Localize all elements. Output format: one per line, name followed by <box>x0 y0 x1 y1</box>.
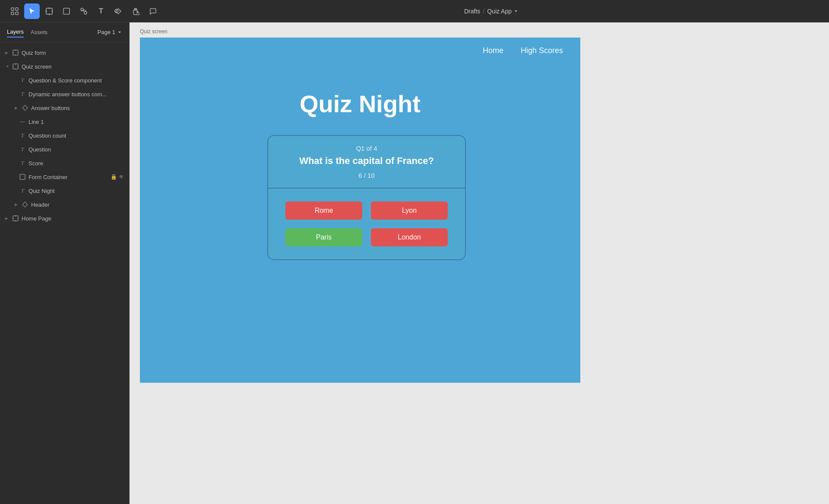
toolbar-left: T <box>7 3 161 19</box>
nav-home-link[interactable]: Home <box>483 46 503 55</box>
layer-label-header: Header <box>31 202 124 208</box>
layer-label-question-score: Question & Score component <box>28 77 124 84</box>
layers-panel: ▶ Quiz form ▼ Quiz screen T Question & S… <box>0 42 129 504</box>
layer-label-question: Question <box>28 146 124 153</box>
shape-tool-button[interactable] <box>59 3 74 19</box>
page-selector[interactable]: Page 1 <box>98 29 122 35</box>
rect-icon-form-container <box>19 173 26 180</box>
svg-rect-12 <box>114 9 118 13</box>
quiz-card: Q1 of 4 What is the capital of France? 6… <box>267 135 466 260</box>
svg-rect-23 <box>20 174 25 180</box>
canvas-frame-label: Quiz screen <box>140 28 168 35</box>
cursor-tool-button[interactable] <box>24 3 40 19</box>
lock-icon-form-container[interactable]: 🔒 <box>111 174 117 180</box>
breadcrumb-app[interactable]: Quiz App <box>487 8 519 15</box>
text-tool-icon: T <box>99 7 103 15</box>
hand-tool-button[interactable] <box>128 3 143 19</box>
question-text: What is the capital of France? <box>277 155 456 167</box>
sidebar: Layers Assets Page 1 ▶ Quiz form ▼ <box>0 22 130 504</box>
text-icon-dynamic-answer: T <box>19 91 26 98</box>
layer-label-answer-buttons: Answer buttons <box>31 105 124 111</box>
layer-label-quiz-form: Quiz form <box>22 50 124 56</box>
expand-arrow-quiz-form: ▶ <box>5 50 9 55</box>
layer-item-question-count[interactable]: T Question count <box>0 129 129 142</box>
quiz-title-text: Quiz Night <box>140 90 580 118</box>
svg-rect-0 <box>11 8 14 10</box>
tab-assets[interactable]: Assets <box>31 27 47 37</box>
frame-icon-quiz-screen <box>12 63 19 70</box>
layer-label-quiz-screen: Quiz screen <box>22 63 124 70</box>
main-layout: Layers Assets Page 1 ▶ Quiz form ▼ <box>0 22 829 504</box>
layer-item-dynamic-answer[interactable]: T Dynamic answer buttons com... <box>0 87 129 101</box>
layer-item-quiz-night[interactable]: T Quiz Night <box>0 184 129 198</box>
layer-label-score: Score <box>28 160 124 167</box>
layer-label-line1: Line 1 <box>28 119 124 125</box>
nav-high-scores-link[interactable]: High Scores <box>521 46 563 55</box>
layer-label-form-container: Form Container <box>28 174 108 180</box>
frame-tool-button[interactable] <box>41 3 57 19</box>
quiz-title-section: Quiz Night <box>140 90 580 118</box>
svg-rect-1 <box>16 8 18 10</box>
layer-item-quiz-screen[interactable]: ▼ Quiz screen <box>0 60 129 73</box>
text-icon-quiz-night: T <box>19 187 26 194</box>
expand-arrow-home-page: ▶ <box>5 216 9 220</box>
layer-item-answer-buttons[interactable]: ▶ Answer buttons <box>0 101 129 115</box>
layer-label-question-count: Question count <box>28 132 124 139</box>
expand-arrow-header: ▶ <box>15 202 19 207</box>
frame-icon-quiz-form <box>12 49 19 56</box>
component-tool-button[interactable] <box>111 3 126 19</box>
svg-rect-4 <box>46 8 52 14</box>
form-container-actions: 🔒 👁 <box>111 174 124 180</box>
component-icon-header <box>22 201 28 208</box>
layer-item-form-container[interactable]: Form Container 🔒 👁 <box>0 170 129 184</box>
layer-item-line1[interactable]: — Line 1 <box>0 115 129 129</box>
layer-item-home-page[interactable]: ▶ Home Page <box>0 211 129 225</box>
answer-buttons-grid: Rome Lyon Paris London <box>268 189 465 259</box>
layer-item-score[interactable]: T Score <box>0 156 129 170</box>
answer-button-london[interactable]: London <box>371 228 448 246</box>
text-icon-question-count: T <box>19 132 26 139</box>
text-icon-score: T <box>19 160 26 167</box>
question-count-text: Q1 of 4 <box>277 145 456 152</box>
toolbar-center: Drafts / Quiz App <box>161 8 822 15</box>
answer-button-lyon[interactable]: Lyon <box>371 202 448 220</box>
score-text: 6 / 10 <box>277 172 456 179</box>
quiz-nav: Home High Scores <box>140 38 580 64</box>
component-icon-answer-buttons <box>22 104 28 111</box>
text-icon-question-score: T <box>19 77 26 84</box>
svg-rect-9 <box>63 8 70 14</box>
expand-arrow-quiz-screen: ▼ <box>5 64 9 69</box>
text-icon-question: T <box>19 146 26 153</box>
layer-item-question[interactable]: T Question <box>0 142 129 156</box>
breadcrumb-drafts[interactable]: Drafts <box>464 8 480 15</box>
toolbar: T Drafts / Quiz App <box>0 0 829 22</box>
answer-button-paris[interactable]: Paris <box>285 228 362 246</box>
comment-tool-button[interactable] <box>145 3 161 19</box>
sidebar-tabs: Layers Assets Page 1 <box>0 22 129 42</box>
svg-rect-3 <box>16 12 18 15</box>
answer-button-rome[interactable]: Rome <box>285 202 362 220</box>
breadcrumb-separator: / <box>483 8 484 15</box>
line-icon-line1: — <box>19 118 26 125</box>
quiz-screen-frame: Home High Scores Quiz Night Question & S… <box>140 38 580 383</box>
grid-tool-button[interactable] <box>7 3 22 19</box>
layer-item-header[interactable]: ▶ Header <box>0 198 129 211</box>
text-tool-button[interactable]: T <box>93 3 109 19</box>
layer-item-quiz-form[interactable]: ▶ Quiz form <box>0 46 129 60</box>
layer-label-home-page: Home Page <box>22 215 124 222</box>
canvas-area: Quiz screen Home High Scores Quiz Night … <box>130 22 829 504</box>
pen-tool-button[interactable] <box>76 3 92 19</box>
layer-label-quiz-night: Quiz Night <box>28 188 124 194</box>
tab-layers[interactable]: Layers <box>7 27 24 38</box>
visible-icon-form-container[interactable]: 👁 <box>119 174 124 180</box>
frame-icon-home-page <box>12 215 19 222</box>
svg-rect-2 <box>11 12 14 15</box>
layer-item-question-score[interactable]: T Question & Score component <box>0 73 129 87</box>
layer-label-dynamic-answer: Dynamic answer buttons com... <box>28 91 124 98</box>
card-question-section: Q1 of 4 What is the capital of France? 6… <box>268 136 465 189</box>
expand-arrow-answer-buttons: ▶ <box>15 106 19 110</box>
